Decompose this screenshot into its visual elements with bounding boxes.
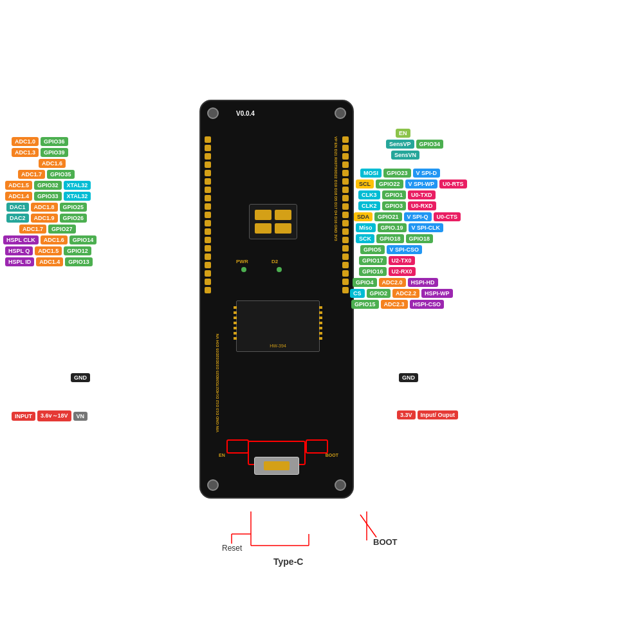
tag-gpio16: GPIO16 (359, 267, 387, 276)
pin-right-miso: Miso GPIO.19 V SPI-CLK (356, 223, 443, 232)
main-chip (249, 204, 297, 239)
hole-bl (207, 479, 219, 491)
pin-right-cs: CS GPIO2 ADC2.2 HSPI-WP (350, 289, 453, 298)
hole-tr (335, 107, 346, 119)
tag-dac2: DAC2 (6, 214, 29, 223)
tag-dac1: DAC1 (6, 203, 29, 212)
pin-left-4: ADC1.7 GPIO35 (18, 170, 75, 179)
tag-input: INPUT (12, 412, 35, 421)
pin-left-11: HSPL Q ADC1.5 GPIO12 (5, 246, 91, 255)
pin-right-scl: SCL GPIO22 V SPI-WP U0-RTS (356, 179, 467, 189)
tag-adc15b: ADC1.5 (35, 246, 62, 255)
board-d2-label: D2 (271, 259, 278, 264)
tag-clk2: CLK2 (358, 201, 380, 210)
board: V0.0.4 PWR D2 (199, 100, 354, 499)
tag-gpio4: GPIO4 (353, 278, 377, 287)
pin-right-gnd: GND (399, 373, 418, 382)
tag-adc14b: ADC1.4 (36, 257, 63, 266)
tag-u0-rxd: U0-RXD (408, 201, 436, 210)
tag-vspi-wp: V SPI-WP (405, 179, 438, 189)
left-vert-labels: VIN GND D13 D12 D14D27D26D25 D33D32D35 D… (214, 136, 222, 432)
tag-u0-rts: U0-RTS (439, 179, 467, 189)
tag-gnd-right: GND (399, 373, 418, 382)
tag-gpio19: GPIO.19 (378, 223, 407, 232)
tag-hspi-wp: HSPI-WP (421, 289, 453, 298)
pin-left-5: ADC1.5 GPIO32 XTAL32 (5, 181, 91, 190)
ic-chip: HW-394 (236, 300, 320, 352)
pin-right-gpio15: GPIO15 ADC2.3 HSPI-CSO (351, 300, 444, 309)
typec-label: Type-C (273, 557, 303, 567)
reset-button[interactable] (226, 439, 249, 454)
tag-xtal32b: XTAL32 (64, 192, 91, 201)
tag-adc16a: ADC1.6 (39, 159, 66, 168)
tag-gpio23: GPIO23 (383, 169, 411, 178)
usb-connector (254, 457, 299, 475)
tag-adc22: ADC2.2 (392, 289, 419, 298)
tag-adc17b: ADC1.7 (19, 225, 46, 234)
pin-right-mosi: MOSI GPIO23 V SPI-D (360, 169, 440, 178)
tag-u2-tx0: U2-TX0 (389, 256, 415, 265)
boot-bottom-label: BOOT (326, 453, 338, 457)
tag-gpio26: GPIO26 (60, 214, 87, 223)
tag-gpio3: GPIO3 (382, 201, 407, 210)
tag-vspi-d: V SPI-D (413, 169, 441, 178)
tag-gpio17: GPIO17 (359, 256, 387, 265)
tag-3v3: 3.3V (397, 410, 416, 419)
tag-gpio27: GPIO27 (48, 225, 76, 234)
pin-left-6: ADC1.4 GPIO33 XTAL32 (5, 192, 91, 201)
tag-adc19: ADC1.9 (31, 214, 58, 223)
pin-right-3v3: 3.3V Input/ Ouput (397, 410, 458, 419)
tag-gpio25: GPIO25 (60, 203, 87, 212)
pin-right-clk3: CLK3 GPIO1 U0-TXD (358, 190, 436, 199)
tag-adc16b: ADC1.6 (41, 235, 68, 244)
main-container: V0.0.4 PWR D2 (0, 0, 644, 644)
tag-clk3: CLK3 (358, 190, 380, 199)
tag-scl: SCL (356, 179, 374, 189)
tag-gpio36: GPIO36 (41, 137, 68, 146)
pin-left-10: HSPL CLK ADC1.6 GPIO14 (3, 235, 97, 244)
tag-hspi-hd: HSPI-HD (408, 278, 438, 287)
tag-adc23: ADC2.3 (381, 300, 408, 309)
board-version: V0.0.4 (236, 110, 255, 117)
d2-led (277, 267, 282, 272)
pin-right-en: EN (396, 129, 410, 138)
pin-left-input: INPUT 3.6v～18V VN (12, 410, 87, 421)
hole-tl (207, 107, 219, 119)
tag-hspl-id: HSPL ID (5, 257, 34, 266)
pin-right-sensvp: SensVP GPIO34 (386, 140, 443, 149)
tag-adc14a: ADC1.4 (5, 192, 32, 201)
boot-label: BOOT (373, 537, 398, 547)
tag-input-output: Input/ Ouput (418, 410, 458, 419)
tag-gpio13: GPIO13 (65, 257, 93, 266)
pwr-led (241, 267, 246, 272)
pin-right-sck: SCK GPIO18 GPIO18 (356, 234, 433, 243)
tag-vspi-q: V SPI-Q (404, 212, 432, 221)
tag-en: EN (396, 129, 410, 138)
tag-hspi-cso: HSPI-CSO (410, 300, 445, 309)
right-pads (342, 136, 349, 293)
tag-adc13: ADC1.3 (12, 148, 39, 157)
tag-gpio39: GPIO39 (41, 148, 68, 157)
pin-right-sda: SDA GPIO21 V SPI-Q U0-CTS (354, 212, 461, 221)
tag-gpio34: GPIO34 (416, 140, 444, 149)
pin-left-8: DAC2 ADC1.9 GPIO26 (6, 214, 87, 223)
tag-u0-cts: U0-CTS (434, 212, 461, 221)
pin-left-9: ADC1.7 GPIO27 (19, 225, 76, 234)
tag-adc17a: ADC1.7 (18, 170, 45, 179)
pin-left-7: DAC1 ADC1.8 GPIO25 (6, 203, 87, 212)
tag-vspi-clk: V SPI-CLK (409, 223, 444, 232)
board-pwr-label: PWR (236, 259, 248, 264)
pin-right-gpio16: GPIO16 U2-RX0 (359, 267, 416, 276)
pin-left-1: ADC1.0 GPIO36 (12, 137, 68, 146)
boot-button[interactable] (306, 439, 328, 454)
pin-right-gpio5: GPIO5 V SPI-CSO (360, 245, 422, 254)
pin-left-gnd: GND (71, 373, 90, 382)
svg-line-7 (360, 515, 376, 537)
tag-miso: Miso (356, 223, 376, 232)
tag-hspl-clk: HSPL CLK (3, 235, 39, 244)
pin-right-gpio17: GPIO17 U2-TX0 (359, 256, 415, 265)
tag-sensvp: SensVP (386, 140, 414, 149)
tag-gpio32: GPIO32 (34, 181, 62, 190)
en-bottom-label: EN (219, 453, 225, 457)
tag-gpio18a: GPIO18 (376, 234, 404, 243)
